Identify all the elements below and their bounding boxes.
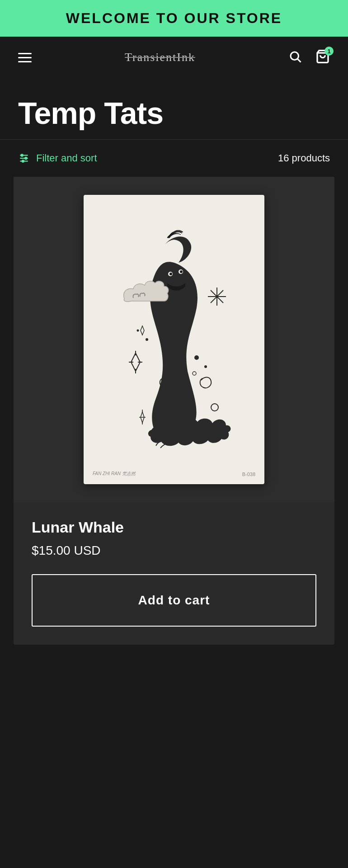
product-price: $15.00 USD xyxy=(32,543,316,558)
tattoo-watermark: FAN ZHI RAN 梵志然 xyxy=(93,471,136,477)
tattoo-card: FAN ZHI RAN 梵志然 B-038 xyxy=(84,195,264,484)
add-to-cart-button[interactable]: Add to cart xyxy=(32,574,316,627)
product-card: FAN ZHI RAN 梵志然 B-038 Lunar Whale $15.00… xyxy=(14,177,334,645)
svg-point-0 xyxy=(291,52,299,60)
svg-point-27 xyxy=(193,372,196,375)
filter-sort-button[interactable]: Filter and sort xyxy=(18,152,97,164)
filter-icon xyxy=(18,152,30,164)
header-icons: 1 xyxy=(288,49,330,66)
svg-point-26 xyxy=(204,365,207,368)
svg-line-19 xyxy=(211,297,217,303)
page-title-section: Temp Tats xyxy=(0,78,348,139)
product-image-container[interactable]: FAN ZHI RAN 梵志然 B-038 xyxy=(14,177,334,502)
cart-badge: 1 xyxy=(324,47,334,56)
svg-line-17 xyxy=(211,290,217,297)
site-header: TransientInk 1 xyxy=(0,37,348,78)
page-title: Temp Tats xyxy=(18,96,330,130)
search-button[interactable] xyxy=(288,50,302,65)
product-info: Lunar Whale $15.00 USD Add to cart xyxy=(14,502,334,645)
svg-point-6 xyxy=(21,154,23,156)
filter-sort-label: Filter and sort xyxy=(36,152,97,164)
svg-line-18 xyxy=(217,297,223,303)
product-count: 16 products xyxy=(278,152,330,164)
tattoo-code: B-038 xyxy=(242,472,255,477)
svg-point-35 xyxy=(211,404,218,411)
tattoo-artwork xyxy=(97,208,251,471)
hamburger-menu-icon[interactable] xyxy=(18,53,32,62)
promo-banner: WELCOME TO OUR STORE xyxy=(0,0,348,37)
svg-point-28 xyxy=(146,338,148,341)
cart-button[interactable]: 1 xyxy=(315,49,330,66)
svg-point-8 xyxy=(22,160,24,162)
search-icon xyxy=(288,50,302,63)
svg-line-20 xyxy=(217,290,223,297)
svg-line-1 xyxy=(298,59,301,62)
banner-text: WELCOME TO OUR STORE xyxy=(66,10,282,26)
svg-point-30 xyxy=(162,381,166,384)
product-name: Lunar Whale xyxy=(32,519,316,536)
svg-point-12 xyxy=(180,270,183,273)
filter-bar: Filter and sort 16 products xyxy=(0,139,348,177)
svg-point-25 xyxy=(194,355,199,360)
site-logo[interactable]: TransientInk xyxy=(125,51,195,64)
product-image-placeholder: FAN ZHI RAN 梵志然 B-038 xyxy=(14,177,334,502)
svg-point-29 xyxy=(137,329,139,331)
svg-point-7 xyxy=(25,157,27,159)
svg-point-11 xyxy=(169,273,172,275)
